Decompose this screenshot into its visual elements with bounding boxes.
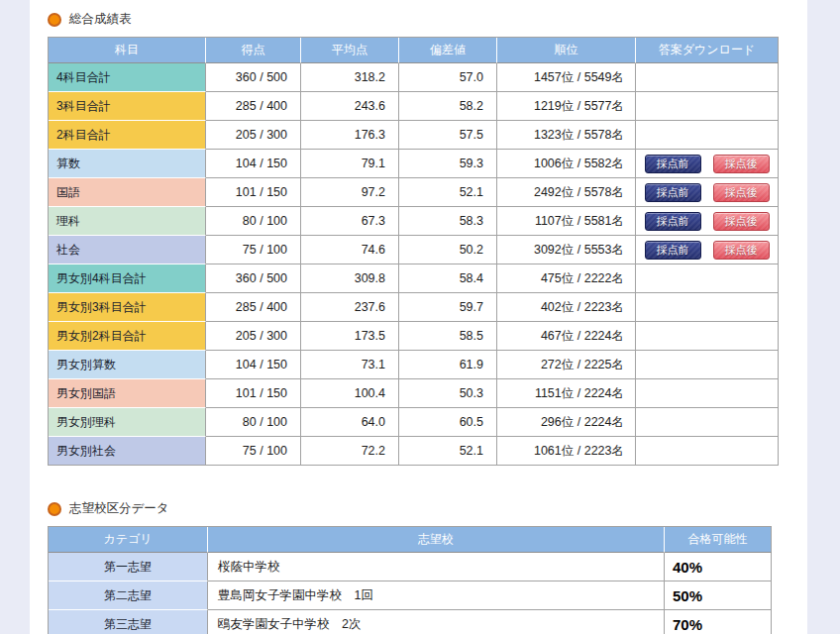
col-school: 志望校 (208, 527, 665, 553)
subject-cell: 男女別国語 (49, 379, 206, 408)
deviation-cell: 57.0 (399, 63, 497, 92)
col-subject: 科目 (49, 38, 206, 63)
average-cell: 73.1 (301, 351, 399, 379)
subject-cell: 男女別算数 (49, 351, 206, 379)
subject-cell: 男女別3科目合計 (49, 293, 206, 322)
after-scoring-button[interactable]: 採点後 (713, 241, 770, 260)
deviation-cell: 61.9 (399, 351, 497, 379)
result-row: 男女別理科80 / 10064.060.5296位 / 2224名 (49, 408, 779, 437)
average-cell: 176.3 (301, 121, 399, 150)
score-cell: 285 / 400 (206, 293, 301, 322)
overall-results-table: 科目 得点 平均点 偏差値 順位 答案ダウンロード 4科目合計360 / 500… (48, 37, 779, 466)
subject-cell: 男女別2科目合計 (49, 322, 206, 351)
deviation-cell: 50.2 (399, 236, 497, 264)
section-title-text: 総合成績表 (69, 11, 132, 28)
answer-download-cell (636, 322, 779, 351)
deviation-cell: 58.5 (399, 322, 497, 351)
col-average: 平均点 (301, 38, 399, 63)
section-title-text: 志望校区分データ (69, 500, 169, 517)
rank-cell: 272位 / 2225名 (497, 351, 636, 379)
score-cell: 75 / 100 (206, 236, 301, 264)
answer-download-cell (636, 408, 779, 437)
result-row: 男女別2科目合計205 / 300173.558.5467位 / 2224名 (49, 322, 779, 351)
col-answer-download: 答案ダウンロード (636, 38, 779, 63)
col-category: カテゴリ (49, 527, 208, 553)
score-cell: 104 / 150 (206, 150, 301, 178)
rank-cell: 402位 / 2223名 (497, 293, 636, 322)
score-cell: 80 / 100 (206, 408, 301, 437)
answer-download-cell (636, 92, 779, 121)
rank-cell: 1061位 / 2223名 (497, 437, 636, 466)
subject-cell: 国語 (49, 178, 206, 207)
score-cell: 205 / 300 (206, 322, 301, 351)
subject-cell: 算数 (49, 150, 206, 178)
average-cell: 309.8 (301, 264, 399, 293)
deviation-cell: 50.3 (399, 379, 497, 408)
before-scoring-button[interactable]: 採点前 (645, 183, 701, 202)
result-row: 2科目合計205 / 300176.357.51323位 / 5578名 (49, 121, 779, 150)
average-cell: 100.4 (301, 379, 399, 408)
category-cell: 第二志望 (49, 581, 208, 610)
result-row: 国語101 / 15097.252.12492位 / 5578名採点前採点後 (49, 178, 779, 207)
result-row: 男女別国語101 / 150100.450.31151位 / 2224名 (49, 379, 779, 408)
rank-cell: 2492位 / 5578名 (497, 178, 636, 207)
school-cell: 鴎友学園女子中学校 2次 (208, 610, 665, 634)
after-scoring-button[interactable]: 採点後 (713, 155, 770, 173)
school-choices-table: カテゴリ 志望校 合格可能性 第一志望桜蔭中学校40%第二志望豊島岡女子学園中学… (48, 526, 772, 634)
probability-cell: 50% (665, 581, 772, 610)
result-row: 男女別算数104 / 15073.161.9272位 / 2225名 (49, 351, 779, 379)
subject-cell: 男女別理科 (49, 408, 206, 437)
rank-cell: 296位 / 2224名 (497, 408, 636, 437)
school-choice-row: 第一志望桜蔭中学校40% (49, 553, 772, 581)
rank-cell: 1323位 / 5578名 (497, 121, 636, 150)
after-scoring-button[interactable]: 採点後 (713, 183, 770, 202)
answer-download-cell (636, 351, 779, 379)
rank-cell: 467位 / 2224名 (497, 322, 636, 351)
answer-download-cell: 採点前採点後 (636, 236, 779, 264)
section-title-overall-results: 総合成績表 (48, 12, 807, 27)
result-row: 3科目合計285 / 400243.658.21219位 / 5577名 (49, 92, 779, 121)
subject-cell: 社会 (49, 236, 206, 264)
school-choice-row: 第二志望豊島岡女子学園中学校 1回50% (49, 581, 772, 610)
score-cell: 75 / 100 (206, 437, 301, 466)
before-scoring-button[interactable]: 採点前 (645, 155, 701, 173)
col-score: 得点 (206, 38, 301, 63)
orange-bullet-icon (48, 502, 61, 516)
answer-download-cell (636, 379, 779, 408)
subject-cell: 2科目合計 (49, 121, 206, 150)
content-panel: 総合成績表 科目 得点 平均点 偏差値 順位 答案ダウンロード 4科目合計360… (30, 0, 807, 634)
rank-cell: 475位 / 2222名 (497, 264, 636, 293)
category-cell: 第一志望 (49, 553, 208, 581)
rank-cell: 1219位 / 5577名 (497, 92, 636, 121)
result-row: 社会75 / 10074.650.23092位 / 5553名採点前採点後 (49, 236, 779, 264)
deviation-cell: 58.3 (399, 207, 497, 236)
score-cell: 101 / 150 (206, 178, 301, 207)
deviation-cell: 52.1 (399, 178, 497, 207)
answer-download-cell: 採点前採点後 (636, 178, 779, 207)
subject-cell: 男女別社会 (49, 437, 206, 466)
deviation-cell: 58.4 (399, 264, 497, 293)
average-cell: 318.2 (301, 63, 399, 92)
average-cell: 237.6 (301, 293, 399, 322)
subject-cell: 男女別4科目合計 (49, 264, 206, 293)
average-cell: 64.0 (301, 408, 399, 437)
rank-cell: 1006位 / 5582名 (497, 150, 636, 178)
result-row: 男女別4科目合計360 / 500309.858.4475位 / 2222名 (49, 264, 779, 293)
school-cell: 豊島岡女子学園中学校 1回 (208, 581, 665, 610)
after-scoring-button[interactable]: 採点後 (713, 212, 770, 231)
before-scoring-button[interactable]: 採点前 (645, 241, 701, 260)
answer-download-cell (636, 121, 779, 150)
answer-download-cell (636, 293, 779, 322)
answer-download-cell: 採点前採点後 (636, 207, 779, 236)
score-cell: 360 / 500 (206, 63, 301, 92)
subject-cell: 理科 (49, 207, 206, 236)
score-cell: 101 / 150 (206, 379, 301, 408)
score-cell: 80 / 100 (206, 207, 301, 236)
deviation-cell: 60.5 (399, 408, 497, 437)
score-cell: 285 / 400 (206, 92, 301, 121)
before-scoring-button[interactable]: 採点前 (645, 212, 701, 231)
col-pass-probability: 合格可能性 (665, 527, 772, 553)
average-cell: 97.2 (301, 178, 399, 207)
rank-cell: 3092位 / 5553名 (497, 236, 636, 264)
rank-cell: 1107位 / 5581名 (497, 207, 636, 236)
